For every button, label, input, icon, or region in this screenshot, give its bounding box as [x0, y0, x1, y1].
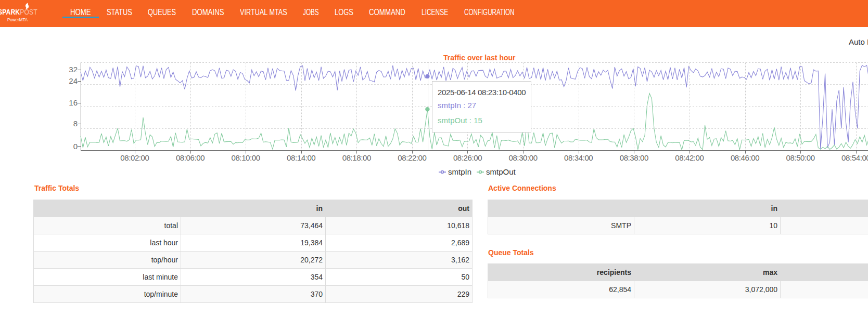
svg-text:08:18:00: 08:18:00	[342, 153, 371, 162]
svg-text:08:42:00: 08:42:00	[675, 153, 704, 162]
svg-text:8: 8	[73, 119, 78, 128]
svg-text:16: 16	[69, 98, 78, 107]
svg-text:0: 0	[73, 142, 78, 151]
svg-text:08:30:00: 08:30:00	[508, 153, 537, 162]
svg-text:08:14:00: 08:14:00	[287, 153, 315, 162]
svg-text:08:34:00: 08:34:00	[564, 153, 593, 162]
svg-text:08:26:00: 08:26:00	[453, 153, 482, 162]
svg-text:08:06:00: 08:06:00	[176, 153, 205, 162]
svg-text:08:02:00: 08:02:00	[120, 153, 149, 162]
svg-text:08:46:00: 08:46:00	[731, 153, 759, 162]
svg-text:08:50:00: 08:50:00	[786, 153, 814, 162]
svg-text:32: 32	[69, 65, 78, 74]
svg-text:08:38:00: 08:38:00	[620, 153, 648, 162]
svg-text:08:22:00: 08:22:00	[398, 153, 426, 162]
svg-text:24: 24	[69, 76, 78, 85]
svg-text:08:54:00: 08:54:00	[841, 153, 868, 162]
svg-text:08:10:00: 08:10:00	[231, 153, 260, 162]
